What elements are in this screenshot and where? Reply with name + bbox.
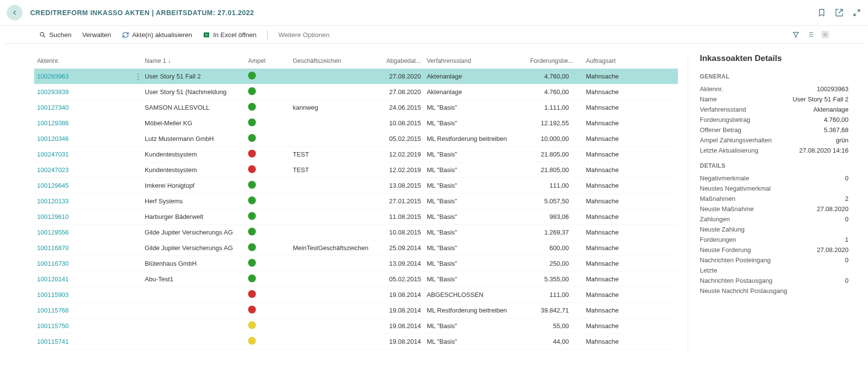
excel-action[interactable]: In Excel öffnen (203, 31, 256, 39)
cell-auf: Mahnsache (583, 272, 678, 287)
details-panel: Inkassoakten Details GENERAL Aktennr.100… (688, 54, 849, 350)
bookmark-icon[interactable] (817, 8, 826, 17)
table-row[interactable]: 100129645Imkerei Honigtopf13.08.2015ML "… (34, 178, 678, 194)
table-row[interactable]: 100129610Harburger Bäderwelt11.08.2015ML… (34, 209, 678, 225)
cell-gz: TEST (290, 162, 379, 178)
kv-label: Neuste Zahlung (700, 226, 745, 233)
aktennr-link[interactable]: 100120141 (37, 275, 69, 283)
cell-ford: 111,00 (527, 287, 572, 303)
aktennr-link[interactable]: 100127340 (37, 104, 69, 111)
cell-verf: ML "Basis" (424, 100, 527, 116)
back-button[interactable] (7, 5, 22, 20)
cell-gz (290, 178, 379, 194)
table-row[interactable]: 100120346Lutz Mustermann GmbH05.02.2015M… (34, 131, 678, 147)
table-row[interactable]: 100116870Gilde Jupiter Versicherungs AGM… (34, 240, 678, 256)
kv-label: Offener Betrag (700, 126, 741, 134)
cell-auf: Mahnsache (583, 116, 678, 131)
cell-name: Imkerei Honigtopf (142, 178, 245, 194)
aktennr-link[interactable]: 100115741 (37, 338, 69, 345)
cell-auf: Mahnsache (583, 100, 678, 116)
cell-verf: ML "Basis" (424, 256, 527, 272)
ampel-indicator (248, 103, 256, 111)
cell-name: Kundentestsystem (142, 147, 245, 162)
ampel-indicator (248, 274, 256, 282)
kv-value: 0 (845, 175, 849, 182)
table-row[interactable]: 100293963⋮User Story 51 Fall 227.08.2020… (34, 69, 678, 84)
kv-label: Letzte Aktualisierung (700, 147, 758, 154)
col-ampel[interactable]: Ampel (245, 54, 290, 69)
toolbar: Suchen Verwalten Akte(n) aktualisieren I… (5, 26, 863, 44)
col-ford[interactable]: Forderungsbe... (527, 54, 572, 69)
ampel-indicator (248, 196, 256, 204)
aktennr-link[interactable]: 100247031 (37, 151, 69, 158)
more-options-label: Weitere Optionen (278, 31, 329, 39)
col-abgabe[interactable]: Abgabedat... (379, 54, 424, 69)
table-row[interactable]: 10011576819.08.2014ML Restforderung beit… (34, 303, 678, 318)
refresh-action[interactable]: Akte(n) aktualisieren (122, 31, 192, 39)
cell-abgabe: 13.09.2014 (379, 256, 424, 272)
table-row[interactable]: 100247023KundentestsystemTEST12.02.2019M… (34, 162, 678, 178)
cell-ford: 12.192,55 (527, 116, 572, 131)
table-area: Aktennr. Name 1 ↓ Ampel Geschäftszeichen… (34, 54, 678, 350)
list-icon[interactable] (807, 31, 814, 39)
titlebar: CREDITREFORM INKASSO AKTEN | ARBEITSDATU… (0, 0, 868, 26)
col-name[interactable]: Name 1 ↓ (142, 54, 245, 69)
cell-name: Blütenhaus GmbH (142, 256, 245, 272)
col-verf[interactable]: Verfahrensstand (424, 54, 527, 69)
cell-verf: ABGESCHLOSSEN (424, 287, 527, 303)
kv-value: 5.367,68 (824, 126, 849, 134)
info-icon[interactable] (821, 31, 829, 39)
cell-verf: ML "Basis" (424, 162, 527, 178)
cell-ford: 600,00 (527, 240, 572, 256)
table-row[interactable]: 10011575019.08.2014ML "Basis"55,00Mahnsa… (34, 318, 678, 334)
aktennr-link[interactable]: 100115750 (37, 322, 69, 330)
table-row[interactable]: 100120133Herf Systems27.01.2015ML "Basis… (34, 194, 678, 209)
more-options-action[interactable]: Weitere Optionen (278, 31, 329, 39)
aktennr-link[interactable]: 100293939 (37, 88, 69, 96)
ampel-indicator (248, 306, 256, 313)
aktennr-link[interactable]: 100129386 (37, 119, 69, 127)
aktennr-link[interactable]: 100129556 (37, 229, 69, 236)
aktennr-link[interactable]: 100115768 (37, 307, 69, 314)
row-more-icon[interactable]: ⋮ (135, 72, 142, 80)
aktennr-link[interactable]: 100247023 (37, 166, 69, 174)
col-aktennr[interactable]: Aktennr. (34, 54, 132, 69)
kv-value: 2 (845, 195, 849, 202)
table-row[interactable]: 100247031KundentestsystemTEST12.02.2019M… (34, 147, 678, 162)
table-row[interactable]: 100293939User Story 51 (Nachmeldung27.08… (34, 84, 678, 100)
kv-value: 100293963 (817, 85, 849, 93)
table-row[interactable]: 10011574119.08.2014ML "Basis"44,00Mahnsa… (34, 334, 678, 350)
col-auf[interactable]: Auftragsart (583, 54, 678, 69)
kv-label: Forderungsbetrag (700, 116, 750, 123)
col-gz[interactable]: Geschäftszeichen (290, 54, 379, 69)
table-row[interactable]: 100129386Möbel-Meller KG10.08.2015ML "Ba… (34, 116, 678, 131)
filter-icon[interactable] (792, 31, 800, 39)
kv-label: Letzte (700, 267, 717, 274)
aktennr-link[interactable]: 100129610 (37, 213, 69, 220)
aktennr-link[interactable]: 100120346 (37, 135, 69, 142)
kv-value: grün (836, 137, 849, 144)
aktennr-link[interactable]: 100293963 (37, 73, 69, 80)
kv-value: 0 (845, 215, 849, 223)
manage-action[interactable]: Verwalten (82, 31, 111, 39)
popout-icon[interactable] (835, 8, 844, 17)
cell-ford: 983,06 (527, 209, 572, 225)
table-row[interactable]: 100129556Gilde Jupiter Versicherungs AG1… (34, 225, 678, 240)
cell-ford: 250,00 (527, 256, 572, 272)
aktennr-link[interactable]: 100129645 (37, 182, 69, 189)
aktennr-link[interactable]: 100116730 (37, 260, 69, 267)
table-row[interactable]: 100127340SAMSON ALLESVOLLkannweg24.06.20… (34, 100, 678, 116)
table-row[interactable]: 10011590319.08.2014ABGESCHLOSSEN111,00Ma… (34, 287, 678, 303)
ampel-indicator (248, 259, 256, 267)
cell-abgabe: 12.02.2019 (379, 162, 424, 178)
kv-label: Nachrichten Postausgang (700, 277, 772, 284)
expand-icon[interactable] (852, 8, 861, 17)
aktennr-link[interactable]: 100116870 (37, 244, 69, 252)
cell-abgabe: 19.08.2014 (379, 334, 424, 350)
table-row[interactable]: 100120141Abu-Test105.02.2015ML "Basis"5.… (34, 272, 678, 287)
aktennr-link[interactable]: 100120133 (37, 197, 69, 205)
table-row[interactable]: 100116730Blütenhaus GmbH13.09.2014ML "Ba… (34, 256, 678, 272)
kv-value: 4.760,00 (824, 116, 849, 123)
aktennr-link[interactable]: 100115903 (37, 291, 69, 298)
search-action[interactable]: Suchen (39, 31, 72, 39)
